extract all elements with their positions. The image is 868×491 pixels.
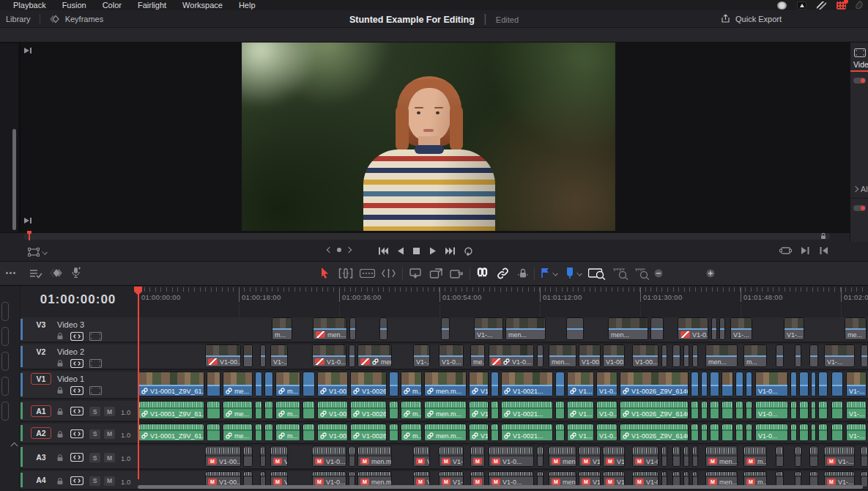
- clip-a3[interactable]: Mmen.m...: [357, 446, 392, 467]
- clip-a2[interactable]: m...: [275, 424, 300, 441]
- track-badge-a1[interactable]: A1: [31, 405, 51, 417]
- tab-keyframes[interactable]: Keyframes: [49, 15, 104, 23]
- clip[interactable]: [207, 401, 220, 419]
- strip-button[interactable]: [1, 352, 9, 371]
- clip[interactable]: [260, 446, 266, 467]
- clip[interactable]: [672, 344, 680, 367]
- track-badge-a2[interactable]: A2: [31, 427, 51, 439]
- zoom-full-extent-button[interactable]: [588, 267, 606, 280]
- quick-export-button[interactable]: Quick Export: [721, 14, 782, 23]
- track-solo-button[interactable]: S: [89, 476, 100, 486]
- clip-v3[interactable]: V1-0...: [678, 317, 708, 340]
- clip-a1[interactable]: V1-...: [846, 401, 867, 419]
- clip-a3[interactable]: MV1-0...: [489, 446, 534, 467]
- clip[interactable]: [701, 401, 708, 419]
- clip[interactable]: [683, 344, 689, 367]
- clip-v1[interactable]: V1-0001_Z9V_61...: [138, 372, 204, 396]
- voiceover-mic-icon[interactable]: [70, 267, 81, 279]
- clip-a2[interactable]: V1-0001_Z9V_61...: [138, 424, 204, 441]
- track-lock-icon[interactable]: [56, 407, 64, 416]
- clip-v3[interactable]: men...: [505, 317, 546, 340]
- clip-v2[interactable]: V1-00...: [579, 344, 601, 367]
- clip[interactable]: [722, 424, 733, 441]
- track-header-a3[interactable]: A3SM1.0: [21, 446, 136, 470]
- clip-v1[interactable]: V1-0...: [596, 372, 617, 396]
- clip[interactable]: [566, 317, 584, 340]
- overwrite-clip-button[interactable]: [429, 267, 443, 279]
- clip-v2[interactable]: V1-...: [824, 344, 855, 367]
- clip-a2[interactable]: V1-0...: [596, 424, 617, 441]
- clip-v3[interactable]: men...: [608, 317, 648, 340]
- clip[interactable]: [537, 446, 544, 467]
- marker-button[interactable]: [565, 267, 582, 278]
- track-lock-icon[interactable]: [56, 359, 64, 367]
- zoom-out-button[interactable]: [654, 269, 663, 278]
- clip-a3[interactable]: MV1-0...: [439, 446, 464, 467]
- clip[interactable]: [818, 401, 828, 419]
- clip-a3[interactable]: MV1-...: [270, 446, 288, 467]
- clip[interactable]: [692, 446, 698, 467]
- lock-icon[interactable]: [820, 232, 827, 240]
- clip[interactable]: [799, 401, 809, 419]
- prev-edit-icon[interactable]: [819, 246, 828, 255]
- clip-a3[interactable]: Mme...: [470, 446, 485, 467]
- clip-a1[interactable]: V1-0021...: [501, 401, 553, 419]
- inspector-transform-row[interactable]: T: [853, 76, 868, 85]
- clip-a1[interactable]: men.m...: [424, 401, 467, 419]
- transform-toggle[interactable]: [853, 78, 866, 84]
- clip[interactable]: [661, 446, 667, 467]
- clip[interactable]: [735, 401, 743, 419]
- clip[interactable]: [746, 372, 752, 396]
- menu-workspace[interactable]: Workspace: [182, 1, 223, 10]
- clip-v1[interactable]: V1...: [567, 372, 594, 396]
- match-frame-button[interactable]: [779, 246, 792, 255]
- viewer-scrub-bar[interactable]: [24, 233, 830, 240]
- clip-v1[interactable]: me...: [223, 372, 253, 396]
- clip-a2[interactable]: V1-0026_Z9V_6140...: [620, 424, 689, 441]
- track-solo-button[interactable]: S: [89, 453, 100, 462]
- clip[interactable]: [389, 424, 398, 441]
- clip-a2[interactable]: m...: [401, 424, 422, 441]
- clip-a1[interactable]: V1...: [567, 401, 594, 419]
- clip[interactable]: [491, 424, 499, 441]
- track-autoselect-icon[interactable]: [70, 359, 84, 368]
- clip-a2[interactable]: V1-...: [846, 424, 867, 441]
- clip[interactable]: [722, 372, 733, 396]
- display-icon[interactable]: [797, 1, 806, 10]
- clip[interactable]: [691, 372, 699, 396]
- clip-a3[interactable]: MV1-00...: [205, 446, 241, 467]
- clip[interactable]: [710, 372, 719, 396]
- clip[interactable]: [831, 424, 843, 441]
- position-lock-toggle[interactable]: [517, 267, 529, 279]
- clip[interactable]: [701, 372, 708, 396]
- strip-button[interactable]: [1, 327, 9, 346]
- clip-v2[interactable]: V1-00...: [205, 344, 241, 367]
- track-header-a4[interactable]: A4SM1.0: [21, 471, 136, 490]
- track-autoselect-icon[interactable]: [70, 332, 84, 341]
- clip[interactable]: [650, 317, 664, 340]
- clip-v1[interactable]: V1-0026_Z...: [350, 372, 387, 396]
- strip-button[interactable]: [1, 402, 9, 421]
- clip[interactable]: [719, 317, 725, 340]
- clip[interactable]: [790, 372, 797, 396]
- clip-a1[interactable]: V1-00...: [317, 401, 348, 419]
- track-header-v3[interactable]: V3Video 3: [21, 317, 136, 343]
- menu-color[interactable]: Color: [103, 1, 122, 10]
- timeline-view-options-icon[interactable]: [29, 268, 42, 278]
- clip[interactable]: [818, 372, 828, 396]
- play-button[interactable]: [429, 246, 437, 256]
- selection-mode-tool[interactable]: [320, 267, 330, 279]
- collapse-chevron-icon[interactable]: [11, 443, 18, 450]
- clip[interactable]: [710, 424, 719, 441]
- track-lock-icon[interactable]: [56, 430, 64, 438]
- clip-v3[interactable]: V1-...: [730, 317, 752, 340]
- clip[interactable]: [746, 424, 752, 441]
- clip-a1[interactable]: V1-0001_Z9V_61...: [138, 401, 204, 419]
- clip-a2[interactable]: V1-0026_Z...: [350, 424, 387, 441]
- track-autoselect-icon[interactable]: [70, 429, 84, 438]
- clip[interactable]: [349, 344, 355, 367]
- clip[interactable]: [691, 401, 699, 419]
- clip-v1[interactable]: m...: [401, 372, 422, 396]
- clip[interactable]: [303, 372, 315, 396]
- clip-a1[interactable]: V1-0026_Z...: [350, 401, 387, 419]
